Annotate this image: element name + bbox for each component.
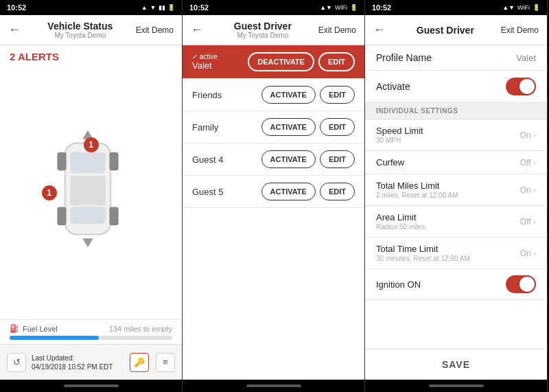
guest4-name: Guest 4 — [192, 154, 224, 165]
exit-demo-button-3[interactable]: Exit Demo — [501, 25, 539, 35]
area-limit-right: Off › — [520, 216, 536, 227]
status-icons-2: ▲▼ WiFi 🔋 — [320, 4, 358, 11]
battery-icon-3: 🔋 — [533, 4, 540, 11]
valet-buttons: DEACTIVATE EDIT — [248, 52, 355, 71]
setting-total-miles[interactable]: Total Miles Limit 2 miles, Reset at 12:0… — [365, 174, 547, 206]
signal-icon-2: ▲▼ — [320, 4, 332, 11]
lock-icon-btn[interactable]: 🔑 — [130, 353, 149, 372]
vehicle-content: 2 ALERTS 1 1 — [0, 45, 182, 380]
page-title-3: Guest Driver — [390, 25, 501, 36]
guest-list-content: ✓ active Valet DEACTIVATE EDIT Friends A… — [183, 45, 364, 380]
wifi-icon: ▼ — [150, 4, 156, 11]
alerts-header: 2 ALERTS — [0, 45, 182, 65]
guest5-name: Guest 5 — [192, 187, 224, 197]
activate-button-guest4[interactable]: ACTIVATE — [261, 150, 316, 168]
edit-button-guest4[interactable]: EDIT — [320, 150, 355, 168]
edit-button-guest5[interactable]: EDIT — [320, 183, 355, 200]
chevron-icon-time: › — [533, 248, 536, 258]
svg-rect-7 — [109, 207, 118, 226]
status-bar-1: 10:52 ▲ ▼ ▮▮ 🔋 — [0, 0, 182, 15]
nav-bar-3: ← Guest Driver Exit Demo — [365, 15, 547, 45]
update-text: Last Updated: 04/19/2018 10:52 PM EDT — [32, 354, 113, 371]
svg-marker-9 — [82, 238, 93, 247]
activate-row: Activate — [365, 71, 547, 103]
menu-icon-btn[interactable]: ≡ — [156, 353, 175, 372]
setting-speed-limit[interactable]: Speed Limit 30 MPH On › — [365, 119, 547, 151]
home-indicator-2 — [183, 380, 364, 392]
fuel-pump-icon: ⛽ — [10, 324, 19, 333]
car-diagram: 1 1 — [0, 65, 182, 319]
back-button-1[interactable]: ← — [8, 23, 25, 37]
valet-name: Valet — [192, 60, 218, 71]
total-miles-right: On › — [520, 185, 536, 195]
signal-icon: ▲ — [141, 4, 148, 11]
activate-toggle[interactable] — [506, 78, 536, 95]
home-indicator-1 — [0, 380, 182, 392]
bottom-icons: 🔑 ≡ — [130, 353, 175, 372]
ignition-toggle[interactable] — [506, 275, 536, 293]
home-bar-3 — [429, 384, 484, 387]
ignition-left: Ignition ON — [376, 279, 421, 290]
activate-button-guest5[interactable]: ACTIVATE — [261, 183, 316, 200]
family-name: Family — [192, 122, 218, 132]
svg-rect-6 — [57, 207, 66, 226]
home-indicator-3 — [365, 380, 547, 392]
svg-rect-3 — [70, 207, 105, 224]
setting-curfew[interactable]: Curfew Off › — [365, 151, 547, 174]
svg-rect-4 — [57, 152, 66, 171]
exit-demo-button-2[interactable]: Exit Demo — [318, 25, 356, 35]
nav-title-2: Guest Driver My Toyota Demo — [207, 21, 318, 39]
setting-ignition: Ignition ON — [365, 269, 547, 300]
last-updated-label: Last Updated: — [32, 354, 113, 362]
page-subtitle-1: My Toyota Demo — [25, 32, 136, 39]
settings-content: Profile Name Valet Activate INDIVIDUAL S… — [365, 45, 547, 380]
exit-demo-button-1[interactable]: Exit Demo — [136, 25, 174, 35]
area-limit-sub: Radius 50 miles — [376, 223, 425, 231]
toggle-knob-activate — [519, 79, 535, 94]
activate-button-family[interactable]: ACTIVATE — [261, 118, 316, 136]
chevron-icon-area: › — [533, 216, 536, 227]
status-time-1: 10:52 — [7, 3, 26, 12]
status-icons-1: ▲ ▼ ▮▮ 🔋 — [141, 4, 175, 11]
profile-name-value: Valet — [516, 53, 536, 63]
signal-icon-3: ▲▼ — [502, 4, 515, 11]
total-time-title: Total Time Limit — [376, 244, 470, 254]
setting-area-limit[interactable]: Area Limit Radius 50 miles Off › — [365, 206, 547, 238]
individual-settings-header: INDIVIDUAL SETTINGS — [365, 103, 547, 119]
alert-badge-left: 1 — [42, 185, 57, 200]
total-time-sub: 30 minutes, Reset at 12:00 AM — [376, 255, 470, 262]
status-bar-3: 10:52 ▲▼ WiFi 🔋 — [365, 0, 547, 15]
setting-total-time[interactable]: Total Time Limit 30 minutes, Reset at 12… — [365, 238, 547, 269]
activate-label: Activate — [376, 81, 410, 92]
deactivate-button[interactable]: DEACTIVATE — [248, 52, 314, 71]
total-time-left: Total Time Limit 30 minutes, Reset at 12… — [376, 244, 470, 262]
edit-button-friends[interactable]: EDIT — [320, 86, 355, 104]
speed-limit-left: Speed Limit 30 MPH — [376, 126, 423, 144]
speed-limit-title: Speed Limit — [376, 126, 423, 136]
total-miles-left: Total Miles Limit 2 miles, Reset at 12:0… — [376, 181, 458, 199]
fuel-row: ⛽ Fuel Level 134 miles to empty — [10, 324, 172, 333]
driver-row-valet: ✓ active Valet DEACTIVATE EDIT — [183, 45, 364, 79]
save-button[interactable]: SAVE — [442, 359, 470, 370]
page-title-1: Vehicle Status — [25, 21, 136, 32]
page-subtitle-2: My Toyota Demo — [207, 32, 318, 39]
toggle-knob-ignition — [519, 277, 535, 292]
profile-name-label: Profile Name — [376, 52, 432, 63]
status-icons-3: ▲▼ WiFi 🔋 — [502, 4, 540, 11]
chevron-icon-curfew: › — [533, 157, 536, 168]
edit-button-valet[interactable]: EDIT — [318, 52, 355, 71]
area-limit-value: Off — [520, 217, 531, 227]
status-time-2: 10:52 — [189, 3, 209, 12]
edit-button-family[interactable]: EDIT — [320, 118, 355, 136]
back-button-3[interactable]: ← — [373, 23, 390, 37]
guest4-buttons: ACTIVATE EDIT — [261, 150, 355, 168]
battery-icon-2: 🔋 — [350, 4, 358, 11]
total-miles-title: Total Miles Limit — [376, 181, 458, 191]
driver-row-guest5: Guest 5 ACTIVATE EDIT — [183, 176, 364, 208]
page-title-2: Guest Driver — [207, 21, 318, 32]
friends-buttons: ACTIVATE EDIT — [261, 86, 355, 104]
refresh-icon-btn[interactable]: ↺ — [7, 353, 26, 372]
nav-title-1: Vehicle Status My Toyota Demo — [25, 21, 136, 39]
back-button-2[interactable]: ← — [191, 23, 207, 37]
activate-button-friends[interactable]: ACTIVATE — [261, 86, 316, 104]
